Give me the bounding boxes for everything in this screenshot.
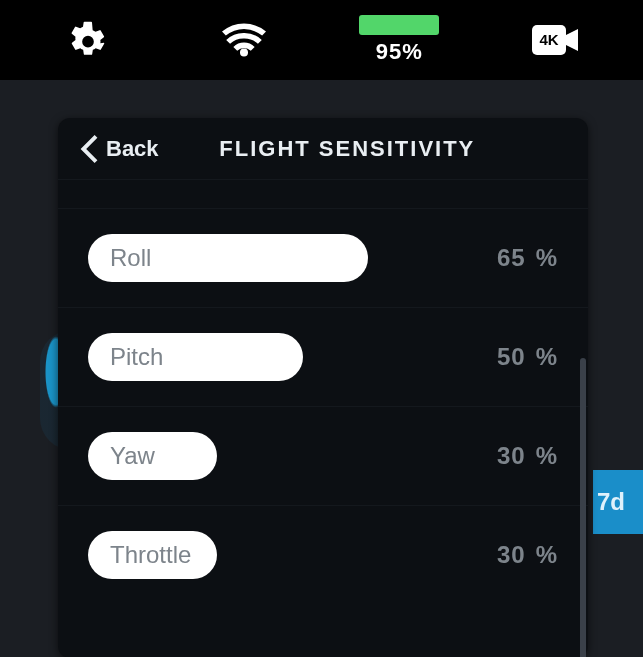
scrollbar-thumb[interactable] (580, 358, 586, 657)
pitch-value: 50% (468, 343, 558, 371)
battery-indicator: 95% (322, 15, 478, 65)
flight-sensitivity-panel: Back FLIGHT SENSITIVITY Roll 65% Pitch (58, 118, 588, 657)
slider-label: Yaw (110, 442, 155, 470)
yaw-slider[interactable]: Yaw (88, 432, 448, 480)
slider-row-yaw: Yaw 30% (58, 407, 588, 505)
throttle-value: 30% (468, 541, 558, 569)
wifi-icon[interactable] (166, 22, 322, 58)
roll-value: 65% (468, 244, 558, 272)
slider-row-pitch: Pitch 50% (58, 308, 588, 406)
yaw-value: 30% (468, 442, 558, 470)
chevron-left-icon (80, 135, 98, 163)
time-badge: 7d (593, 470, 643, 534)
slider-label: Roll (110, 244, 151, 272)
status-bar: 95% 4K (0, 0, 643, 80)
settings-icon[interactable] (10, 20, 166, 60)
roll-slider[interactable]: Roll (88, 234, 448, 282)
camera-4k-icon[interactable]: 4K (477, 25, 633, 55)
svg-text:4K: 4K (540, 31, 559, 48)
slider-list: Roll 65% Pitch 50% Yaw (58, 180, 588, 604)
throttle-slider[interactable]: Throttle (88, 531, 448, 579)
slider-label: Throttle (110, 541, 191, 569)
battery-icon (359, 15, 439, 35)
panel-title: FLIGHT SENSITIVITY (129, 136, 566, 162)
slider-label: Pitch (110, 343, 163, 371)
battery-percentage: 95% (376, 39, 423, 65)
slider-row-throttle: Throttle 30% (58, 506, 588, 604)
pitch-slider[interactable]: Pitch (88, 333, 448, 381)
slider-row-roll: Roll 65% (58, 209, 588, 307)
